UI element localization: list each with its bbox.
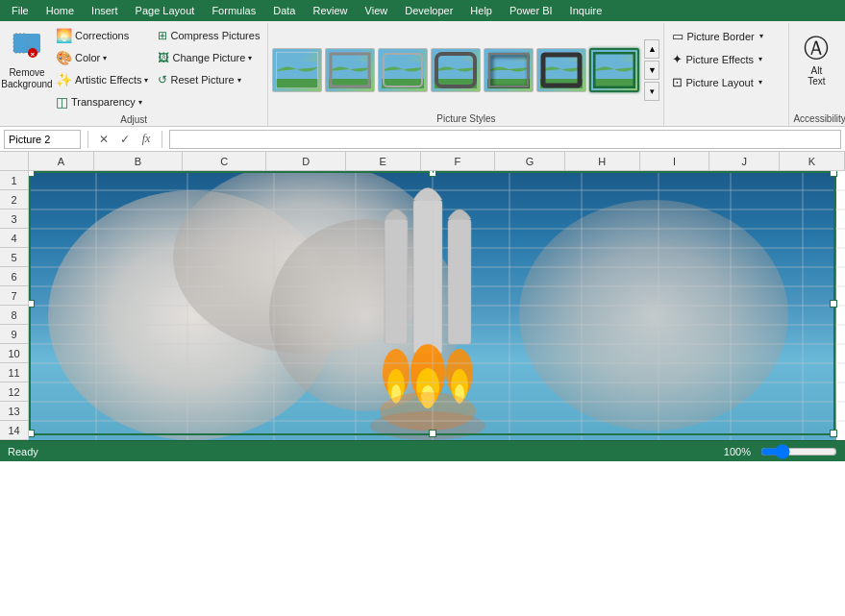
picture-style-2[interactable] <box>325 48 375 92</box>
menu-help[interactable]: Help <box>462 3 500 18</box>
compress-pictures-button[interactable]: ⊞ Compress Pictures <box>154 25 263 46</box>
gallery-up-button[interactable]: ▲ <box>644 39 659 59</box>
picture-border-icon: ▭ <box>672 29 683 43</box>
reset-chevron: ▾ <box>237 76 241 85</box>
picture-style-7-selected[interactable] <box>589 48 639 92</box>
svg-text:×: × <box>31 49 36 58</box>
formula-bar-separator-1 <box>87 131 88 148</box>
menu-developer[interactable]: Developer <box>397 3 460 18</box>
color-chevron: ▾ <box>103 54 107 62</box>
corrections-button[interactable]: 🌅 Corrections <box>52 25 152 46</box>
svg-rect-25 <box>413 200 442 354</box>
row-10[interactable]: 10 <box>0 344 28 363</box>
formula-bar-separator-2 <box>162 131 162 148</box>
rocket-svg <box>29 171 836 440</box>
formula-cancel-button[interactable]: ✕ <box>95 131 112 148</box>
row-13[interactable]: 13 <box>0 402 28 421</box>
name-box[interactable] <box>4 130 81 149</box>
row-4[interactable]: 4 <box>0 229 28 248</box>
row-11[interactable]: 11 <box>0 363 28 382</box>
picture-styles-group: ▲ ▼ ▾ Picture Styles <box>268 23 664 126</box>
status-zoom: 100% <box>724 446 751 457</box>
alt-text-icon: Ⓐ <box>804 32 829 65</box>
col-header-f[interactable]: F <box>421 152 496 171</box>
picture-border-chevron: ▾ <box>759 32 763 40</box>
row-5[interactable]: 5 <box>0 248 28 267</box>
adjust-group: × RemoveBackground 🌅 Corrections 🎨 Color… <box>0 23 268 126</box>
artistic-effects-button[interactable]: ✨ Artistic Effects ▾ <box>52 69 152 90</box>
adjust-top: × RemoveBackground 🌅 Corrections 🎨 Color… <box>4 23 263 112</box>
spreadsheet-container: A B C D E F G H I J K 1 2 3 4 5 6 7 8 9 … <box>0 152 845 440</box>
picture-layout-chevron: ▾ <box>758 78 762 86</box>
picture-effects-button[interactable]: ✦ Picture Effects ▾ <box>668 48 784 70</box>
corrections-icon: 🌅 <box>56 28 72 43</box>
menu-review[interactable]: Review <box>305 3 355 18</box>
gallery-nav: ▲ ▼ ▾ <box>644 39 659 101</box>
row-12[interactable]: 12 <box>0 382 28 402</box>
col-header-j[interactable]: J <box>709 152 780 171</box>
transparency-button[interactable]: ◫ Transparency ▾ <box>52 91 152 112</box>
col-header-k[interactable]: K <box>780 152 845 171</box>
svg-rect-5 <box>276 79 318 88</box>
picture-border-label: Picture Border <box>686 31 754 42</box>
change-picture-button[interactable]: 🖼 Change Picture ▾ <box>154 47 263 68</box>
remove-bg-label: RemoveBackground <box>1 67 52 90</box>
change-picture-chevron: ▾ <box>248 54 252 62</box>
formula-fx-button[interactable]: fx <box>137 131 155 148</box>
col-header-d[interactable]: D <box>266 152 345 171</box>
picture-style-6[interactable] <box>536 48 586 92</box>
remove-background-button[interactable]: × RemoveBackground <box>4 25 50 92</box>
picture-style-3[interactable] <box>378 48 428 92</box>
grid-area: 1 2 3 4 5 6 7 8 9 10 11 12 13 14 <box>0 171 845 440</box>
row-6[interactable]: 6 <box>0 267 28 286</box>
color-button[interactable]: 🎨 Color ▾ <box>52 47 152 68</box>
alt-text-button[interactable]: Ⓐ AltText <box>793 25 839 92</box>
col-header-i[interactable]: I <box>640 152 710 171</box>
menu-inquire[interactable]: Inquire <box>562 3 610 18</box>
gallery-down-button[interactable]: ▼ <box>644 61 659 80</box>
reset-icon: ↺ <box>158 73 167 86</box>
row-3[interactable]: 3 <box>0 209 28 229</box>
menu-insert[interactable]: Insert <box>84 3 126 18</box>
zoom-slider[interactable] <box>760 444 837 459</box>
row-9[interactable]: 9 <box>0 325 28 344</box>
corrections-label: Corrections <box>75 30 129 41</box>
picture-layout-button[interactable]: ⊡ Picture Layout ▾ <box>668 71 784 93</box>
picture-options-group: ▭ Picture Border ▾ ✦ Picture Effects ▾ ⊡… <box>664 23 789 126</box>
col-header-e[interactable]: E <box>346 152 421 171</box>
menu-power-bi[interactable]: Power BI <box>502 3 560 18</box>
reset-picture-button[interactable]: ↺ Reset Picture ▾ <box>154 69 263 90</box>
menu-formulas[interactable]: Formulas <box>204 3 263 18</box>
menu-view[interactable]: View <box>358 3 396 18</box>
col-header-g[interactable]: G <box>495 152 565 171</box>
gallery-more-button[interactable]: ▾ <box>644 82 659 101</box>
col-header-c[interactable]: C <box>183 152 266 171</box>
corner-cell <box>0 152 29 171</box>
menu-home[interactable]: Home <box>38 3 82 18</box>
col-header-b[interactable]: B <box>94 152 183 171</box>
picture-styles-gallery-row: ▲ ▼ ▾ <box>272 25 659 111</box>
picture-border-button[interactable]: ▭ Picture Border ▾ <box>668 25 784 47</box>
picture-style-5[interactable] <box>484 48 534 92</box>
row-7[interactable]: 7 <box>0 286 28 306</box>
formula-confirm-button[interactable]: ✓ <box>116 131 134 148</box>
row-1[interactable]: 1 <box>0 171 28 190</box>
change-picture-icon: 🖼 <box>158 51 169 64</box>
accessibility-label: Accessibility <box>793 111 845 126</box>
row-8[interactable]: 8 <box>0 306 28 325</box>
accessibility-group: Ⓐ AltText Accessibility <box>789 23 845 126</box>
status-text: Ready <box>8 446 38 457</box>
rocket-image[interactable] <box>29 171 836 440</box>
picture-style-4[interactable] <box>431 48 481 92</box>
col-header-a[interactable]: A <box>29 152 94 171</box>
row-14[interactable]: 14 <box>0 421 28 440</box>
color-icon: 🎨 <box>56 50 72 65</box>
menu-file[interactable]: File <box>4 3 37 18</box>
picture-style-1[interactable] <box>272 48 322 92</box>
formula-input[interactable] <box>169 130 841 149</box>
menu-data[interactable]: Data <box>265 3 303 18</box>
row-2[interactable]: 2 <box>0 190 28 209</box>
svg-rect-26 <box>385 219 408 344</box>
col-header-h[interactable]: H <box>565 152 640 171</box>
menu-page-layout[interactable]: Page Layout <box>128 3 203 18</box>
